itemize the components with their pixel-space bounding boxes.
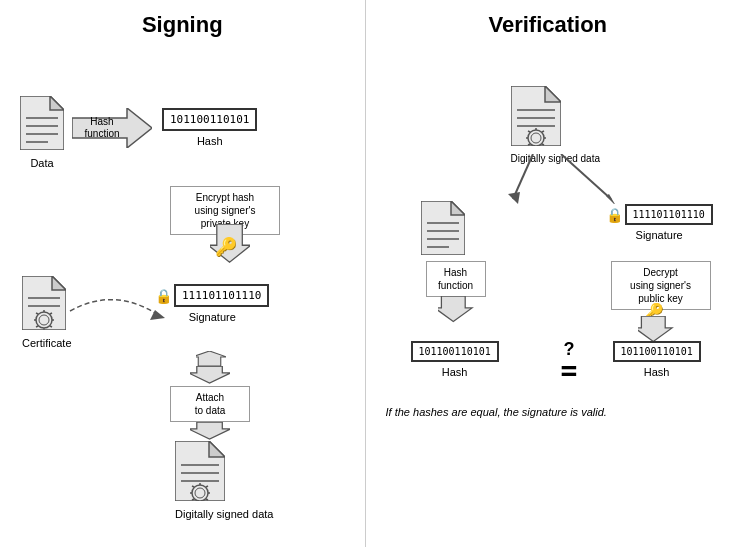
svg-line-21 <box>36 313 38 314</box>
signing-signature-box: 🔒 111101101110 Signature <box>155 284 269 323</box>
svg-marker-1 <box>50 96 64 110</box>
svg-point-31 <box>192 485 208 501</box>
equals-sign: = <box>561 354 578 387</box>
signing-key-icon: 🔑 <box>215 236 237 258</box>
signing-data-label: Data <box>20 157 64 169</box>
verification-signature-box: 🔒 111101101110 Signature <box>606 204 713 241</box>
verification-signature-label: Signature <box>606 229 713 241</box>
main-container: Signing Data <box>0 0 730 547</box>
attach-box: Attachto data <box>170 366 250 442</box>
svg-line-37 <box>192 499 194 500</box>
verification-signature-value: 111101101110 <box>625 204 713 225</box>
svg-line-36 <box>206 499 208 500</box>
svg-marker-24 <box>190 422 230 439</box>
svg-marker-65 <box>638 316 672 342</box>
attach-label: Attachto data <box>170 386 250 422</box>
signing-hash-label: Hash <box>162 135 257 147</box>
attach-up-arrow <box>196 351 226 374</box>
signing-data-doc: Data <box>20 96 64 169</box>
svg-marker-9 <box>52 276 66 290</box>
svg-line-56 <box>561 154 611 199</box>
dashed-arrow-cert <box>65 296 165 339</box>
conclusion-label: If the hashes are equal, the signature i… <box>386 406 706 418</box>
signing-signed-label: Digitally signed data <box>175 508 273 520</box>
ver-hash-function-box: Hashfunction <box>426 261 486 297</box>
signing-content: Data Hashfunction 101100110101 Hash Encr… <box>0 46 365 547</box>
hash-function-arrow: Hashfunction <box>72 108 152 151</box>
signing-panel: Signing Data <box>0 0 365 547</box>
svg-marker-64 <box>438 296 472 322</box>
equals-text: = <box>561 354 578 387</box>
right-split-arrow <box>551 154 621 207</box>
svg-line-48 <box>542 131 544 132</box>
signing-title: Signing <box>0 0 365 38</box>
conclusion-text: If the hashes are equal, the signature i… <box>386 406 706 418</box>
svg-marker-57 <box>606 194 616 204</box>
verification-signed-doc: Digitally signed data <box>511 86 601 164</box>
svg-line-15 <box>50 313 52 314</box>
signing-signature-label: Signature <box>155 311 269 323</box>
svg-marker-22 <box>150 310 165 320</box>
hash-function-label: Hashfunction <box>77 116 127 140</box>
verification-hash1-box: 101100110101 Hash <box>411 341 499 378</box>
ver-hash-function-label: Hashfunction <box>426 261 486 297</box>
svg-marker-25 <box>196 351 226 366</box>
verification-hash2-box: 101100110101 Hash <box>613 341 701 378</box>
svg-line-50 <box>542 144 544 145</box>
svg-point-12 <box>36 312 52 328</box>
signing-hash-value: 101100110101 <box>162 108 257 131</box>
svg-line-54 <box>513 154 533 199</box>
ver-hash-down-arrow <box>438 296 474 329</box>
svg-marker-55 <box>508 192 520 204</box>
signing-signed-doc: Digitally signed data <box>175 441 273 520</box>
verification-hash1-label: Hash <box>411 366 499 378</box>
svg-marker-41 <box>545 86 561 102</box>
signing-signature-value: 111101101110 <box>174 284 269 307</box>
signing-hash-box: 101100110101 Hash <box>162 108 257 147</box>
verification-content: Digitally signed data <box>366 46 731 547</box>
svg-marker-59 <box>451 201 465 215</box>
verification-hash1-value: 101100110101 <box>411 341 499 362</box>
svg-line-17 <box>50 326 52 327</box>
svg-line-19 <box>36 326 38 327</box>
svg-line-39 <box>192 486 194 487</box>
svg-line-34 <box>206 486 208 487</box>
svg-line-51 <box>528 144 530 145</box>
verification-hash2-value: 101100110101 <box>613 341 701 362</box>
svg-point-45 <box>528 130 544 146</box>
verification-panel: Verification <box>366 0 731 547</box>
verification-title: Verification <box>366 0 731 38</box>
svg-line-53 <box>528 131 530 132</box>
svg-marker-27 <box>209 441 225 457</box>
verification-hash2-label: Hash <box>613 366 701 378</box>
